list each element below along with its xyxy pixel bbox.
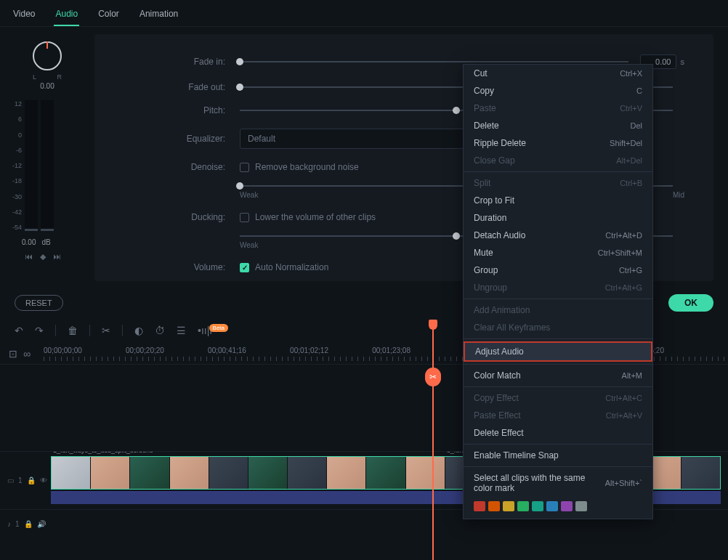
lock-icon[interactable]: 🔒: [24, 520, 33, 528]
pitch-label: Pitch:: [94, 105, 240, 115]
denoise-check-label: Remove background noise: [255, 162, 359, 172]
menu-item-delete-effect[interactable]: Delete Effect: [464, 424, 652, 442]
tab-audio[interactable]: Audio: [54, 6, 79, 26]
color-swatch[interactable]: [561, 501, 573, 511]
redo-icon[interactable]: ↷: [35, 325, 44, 336]
reset-button[interactable]: RESET: [15, 295, 63, 311]
tab-video[interactable]: Video: [12, 6, 36, 26]
ruler-tick: 00;00;20;20: [126, 346, 164, 354]
split-icon[interactable]: ✂: [102, 325, 110, 336]
fadein-unit: s: [681, 57, 685, 66]
dial-left: L: [33, 73, 36, 81]
menu-item-group[interactable]: GroupCtrl+G: [464, 261, 652, 279]
audio-track-icon: ♪: [7, 520, 11, 528]
color-swatch[interactable]: [575, 501, 587, 511]
menu-item-enable-timeline-snap[interactable]: Enable Timeline Snap: [464, 447, 652, 464]
video-track-icon: ▭: [7, 476, 14, 484]
skip-forward-icon[interactable]: ⏭: [53, 252, 61, 261]
ruler-tick: 00;00;00;00: [44, 346, 82, 354]
speed-icon[interactable]: ⏱: [155, 325, 165, 336]
menu-item-close-gap: Close GapAlt+Del: [464, 152, 652, 169]
meter-db-value: 0.00: [22, 238, 36, 246]
playhead-head-icon[interactable]: [429, 320, 437, 330]
ruler-tick: 00;00;41;16: [208, 346, 246, 354]
menu-item-clear-all-keyframes: Clear All Keyframes: [464, 319, 652, 336]
menu-item-paste-effect: Paste EffectCtrl+Alt+V: [464, 407, 652, 424]
playhead-split-icon[interactable]: ✂: [425, 368, 441, 386]
menu-item-split: SplitCtrl+B: [464, 174, 652, 192]
color-swatch[interactable]: [474, 501, 485, 511]
menu-item-ungroup: UngroupCtrl+Alt+G: [464, 279, 652, 296]
crop-icon[interactable]: ◐: [134, 325, 143, 336]
menu-item-copy[interactable]: CopyC: [464, 82, 652, 100]
audio-meter-panel: L R 0.00 1260 -6-12-18 -30-42-54 0.00 dB…: [0, 27, 94, 288]
context-menu: CutCtrl+XCopyCPasteCtrl+VDeleteDelRipple…: [463, 64, 653, 519]
playhead[interactable]: ✂: [432, 324, 434, 560]
menu-item-delete[interactable]: DeleteDel: [464, 117, 652, 134]
tab-animation[interactable]: Animation: [138, 6, 179, 26]
audio-track-num: 1: [15, 520, 20, 528]
clip-label: 3_fun: [447, 452, 464, 454]
color-swatch[interactable]: [488, 501, 500, 511]
fadein-slider[interactable]: [240, 61, 628, 62]
meter-bar-right: [41, 100, 54, 231]
clip-label: 1_fun_ways_to_use_split_screens: [53, 452, 153, 454]
color-swatch[interactable]: [517, 501, 529, 511]
menu-item-select-all-clips-with-the-same-color-mark[interactable]: Select all clips with the same color mar…: [464, 469, 652, 497]
ducking-check-label: Lower the volume of other clips: [255, 212, 376, 222]
fadeout-label: Fade out:: [94, 82, 240, 92]
loop-icon[interactable]: ◆: [40, 252, 46, 261]
menu-item-mute[interactable]: MuteCtrl+Shift+M: [464, 244, 652, 261]
ok-button[interactable]: OK: [668, 294, 713, 312]
volume-check-label: Auto Normalization: [255, 262, 328, 272]
meter-db-unit: dB: [41, 238, 50, 246]
denoise-checkbox[interactable]: [240, 163, 249, 172]
dial-right: R: [57, 73, 62, 81]
dial-value: 0.00: [7, 82, 87, 90]
menu-item-duration[interactable]: Duration: [464, 209, 652, 227]
equalizer-select[interactable]: Default: [240, 129, 487, 149]
menu-item-adjust-audio[interactable]: Adjust Audio: [464, 341, 652, 362]
delete-icon[interactable]: 🗑: [68, 325, 78, 336]
lock-icon[interactable]: 🔒: [27, 476, 36, 484]
pan-dial[interactable]: [33, 41, 62, 70]
meter-ticks: 1260 -6-12-18 -30-42-54: [7, 100, 25, 231]
denoise-label: Denoise:: [94, 162, 240, 172]
video-track-num: 1: [18, 476, 23, 484]
link-icon[interactable]: ∞: [23, 348, 31, 360]
menu-item-add-animation: Add Animation: [464, 301, 652, 319]
fadein-label: Fade in:: [94, 57, 240, 67]
volume-checkbox[interactable]: [240, 263, 249, 272]
color-swatch[interactable]: [532, 501, 543, 511]
marker-icon[interactable]: ⊡: [9, 348, 17, 360]
beta-badge: Beta: [209, 324, 228, 332]
meter-bar-left: [25, 100, 38, 231]
filter-icon[interactable]: ☰: [177, 325, 186, 336]
ruler-tick: 00;01;02;12: [290, 346, 328, 354]
color-swatch[interactable]: [503, 501, 514, 511]
menu-item-cut[interactable]: CutCtrl+X: [464, 65, 652, 82]
tab-color[interactable]: Color: [97, 6, 121, 26]
ruler-tick: 00;01;23;08: [372, 346, 410, 354]
undo-icon[interactable]: ↶: [15, 325, 23, 336]
equalizer-label: Equalizer:: [94, 134, 240, 144]
menu-item-color-match[interactable]: Color MatchAlt+M: [464, 367, 652, 384]
ducking-checkbox[interactable]: [240, 213, 249, 222]
menu-item-copy-effect: Copy EffectCtrl+Alt+C: [464, 389, 652, 407]
volume-label: Volume:: [94, 262, 240, 272]
menu-item-detach-audio[interactable]: Detach AudioCtrl+Alt+D: [464, 227, 652, 244]
menu-item-paste: PasteCtrl+V: [464, 100, 652, 117]
color-swatch[interactable]: [546, 501, 558, 511]
skip-back-icon[interactable]: ⏮: [25, 252, 33, 261]
ducking-label: Ducking:: [94, 212, 240, 222]
menu-item-ripple-delete[interactable]: Ripple DeleteShift+Del: [464, 134, 652, 152]
menu-item-crop-to-fit[interactable]: Crop to Fit: [464, 192, 652, 209]
